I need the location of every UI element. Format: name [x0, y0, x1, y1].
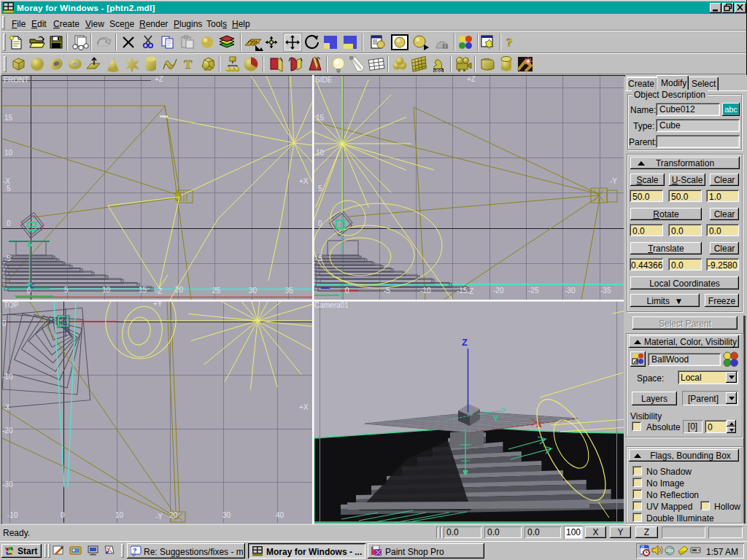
- svg-text:0: 0: [61, 511, 65, 519]
- svg-text:5: 5: [318, 254, 322, 262]
- svg-text:-30: -30: [2, 481, 13, 489]
- svg-text:0: 0: [2, 319, 7, 327]
- svg-text:10: 10: [4, 149, 13, 157]
- svg-text:5: 5: [7, 184, 11, 192]
- svg-text:SIDE: SIDE: [315, 76, 333, 84]
- svg-text:?: ?: [506, 36, 513, 50]
- svg-text:-25: -25: [528, 287, 539, 295]
- svg-text:+Z: +Z: [155, 75, 163, 83]
- svg-text:+X: +X: [299, 403, 309, 411]
- svg-text:-15: -15: [457, 287, 468, 295]
- svg-text:TOP: TOP: [4, 301, 19, 309]
- svg-text:10: 10: [316, 149, 325, 157]
- svg-text:FRONT: FRONT: [4, 76, 28, 84]
- svg-text:5: 5: [7, 254, 11, 262]
- svg-text:-Y: -Y: [155, 513, 163, 521]
- svg-text:Z: Z: [462, 337, 468, 348]
- svg-text:38: 38: [640, 545, 645, 549]
- svg-text:5: 5: [318, 184, 322, 192]
- svg-text:15: 15: [139, 286, 147, 294]
- svg-text:UDO: UDO: [434, 69, 444, 73]
- svg-text:20: 20: [169, 511, 178, 519]
- svg-text:15: 15: [4, 114, 13, 122]
- svg-text:-20: -20: [2, 427, 13, 435]
- svg-text:30: 30: [249, 287, 258, 295]
- svg-text:0: 0: [345, 287, 349, 295]
- svg-text:-Z: -Z: [467, 287, 473, 295]
- svg-text:40: 40: [276, 511, 285, 519]
- svg-text:10: 10: [115, 511, 124, 519]
- svg-text:10: 10: [102, 286, 111, 294]
- svg-text:-Z: -Z: [155, 287, 162, 295]
- svg-text:0: 0: [7, 219, 11, 228]
- svg-text:15: 15: [316, 114, 325, 122]
- svg-text:Y: Y: [493, 414, 499, 423]
- svg-text:25: 25: [212, 287, 221, 295]
- svg-text:0: 0: [318, 219, 322, 228]
- svg-text:T: T: [184, 58, 193, 71]
- svg-text:?: ?: [133, 547, 137, 554]
- svg-text:-Y: -Y: [610, 177, 617, 185]
- svg-text:-35: -35: [600, 287, 611, 295]
- svg-text:20: 20: [175, 286, 184, 294]
- svg-text:-30: -30: [565, 287, 576, 295]
- svg-text:35: 35: [285, 287, 294, 295]
- svg-text:-10: -10: [2, 373, 13, 381]
- svg-text:5: 5: [64, 286, 69, 294]
- svg-text:+Z: +Z: [467, 75, 476, 83]
- svg-text:+X: +X: [299, 177, 309, 185]
- svg-text:-5: -5: [384, 287, 390, 295]
- svg-text:-10: -10: [420, 287, 431, 295]
- svg-text:Camera01: Camera01: [314, 301, 349, 309]
- svg-text:0: 0: [27, 287, 31, 295]
- svg-text:30: 30: [222, 511, 231, 519]
- svg-text:-10: -10: [7, 511, 18, 519]
- svg-text:-X: -X: [3, 403, 10, 411]
- svg-text:-20: -20: [493, 287, 504, 295]
